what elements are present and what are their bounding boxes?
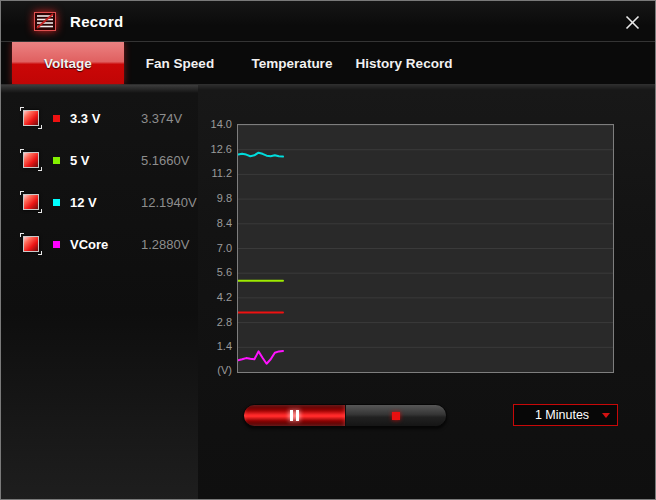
close-button[interactable] (620, 10, 644, 34)
rail-value: 12.1940V (141, 195, 197, 210)
rail-label: 12 V (70, 195, 97, 210)
interval-dropdown[interactable]: 1 Minutes (513, 404, 618, 426)
rail-label: 3.3 V (70, 111, 100, 126)
content-area: 3.3 V 3.374V 5 V 5.1660V 12 V 12.1940V V… (1, 84, 655, 500)
voltage-chart-plot (237, 124, 614, 373)
close-icon (625, 15, 640, 30)
y-tick-label: 4.2 (198, 290, 232, 304)
voltage-chart (238, 125, 613, 372)
y-tick-label: 7.0 (198, 241, 232, 255)
chevron-down-icon (602, 413, 610, 418)
rail-label: 5 V (70, 153, 90, 168)
rail-label: VCore (70, 237, 108, 252)
list-item: 12 V 12.1940V (1, 181, 198, 223)
y-tick-label: 5.6 (198, 265, 232, 279)
toggle-12v-checkbox[interactable] (23, 194, 39, 210)
tab-fan-speed[interactable]: Fan Speed (124, 42, 236, 84)
y-tick-label: 9.8 (198, 191, 232, 205)
tab-history-record[interactable]: History Record (348, 42, 460, 84)
toggle-3-3v-checkbox[interactable] (23, 110, 39, 126)
window-title: Record (70, 13, 123, 30)
rail-value: 3.374V (141, 111, 182, 126)
series-color-swatch (53, 157, 60, 164)
record-icon (34, 12, 56, 31)
chart-panel: 14.012.611.29.88.47.05.64.22.81.4(V) 1 M… (198, 85, 655, 500)
pause-button[interactable] (244, 405, 346, 426)
y-tick-label: 2.8 (198, 315, 232, 329)
series-color-swatch (53, 199, 60, 206)
y-axis-unit-label: (V) (198, 363, 232, 377)
record-window: Record Voltage Fan Speed Temperature His… (0, 0, 656, 500)
stop-icon (392, 412, 400, 420)
voltage-legend-panel: 3.3 V 3.374V 5 V 5.1660V 12 V 12.1940V V… (1, 85, 198, 500)
toggle-5v-checkbox[interactable] (23, 152, 39, 168)
record-controls (243, 404, 447, 427)
pause-icon (290, 410, 299, 421)
rail-value: 1.2880V (141, 237, 189, 252)
series-line-12-v (238, 153, 283, 157)
series-color-swatch (53, 241, 60, 248)
tab-voltage[interactable]: Voltage (12, 42, 124, 84)
series-color-swatch (53, 115, 60, 122)
y-tick-label: 14.0 (198, 117, 232, 131)
stop-button[interactable] (346, 405, 447, 426)
list-item: 3.3 V 3.374V (1, 97, 198, 139)
list-item: VCore 1.2880V (1, 223, 198, 265)
list-item: 5 V 5.1660V (1, 139, 198, 181)
rail-value: 5.1660V (141, 153, 189, 168)
series-line-vcore (238, 351, 283, 364)
interval-value: 1 Minutes (514, 408, 602, 422)
y-tick-label: 1.4 (198, 339, 232, 353)
y-tick-label: 8.4 (198, 216, 232, 230)
title-bar: Record (1, 1, 655, 42)
tab-bar: Voltage Fan Speed Temperature History Re… (1, 42, 655, 84)
tab-temperature[interactable]: Temperature (236, 42, 348, 84)
toggle-vcore-checkbox[interactable] (23, 236, 39, 252)
y-tick-label: 12.6 (198, 142, 232, 156)
y-tick-label: 11.2 (198, 166, 232, 180)
